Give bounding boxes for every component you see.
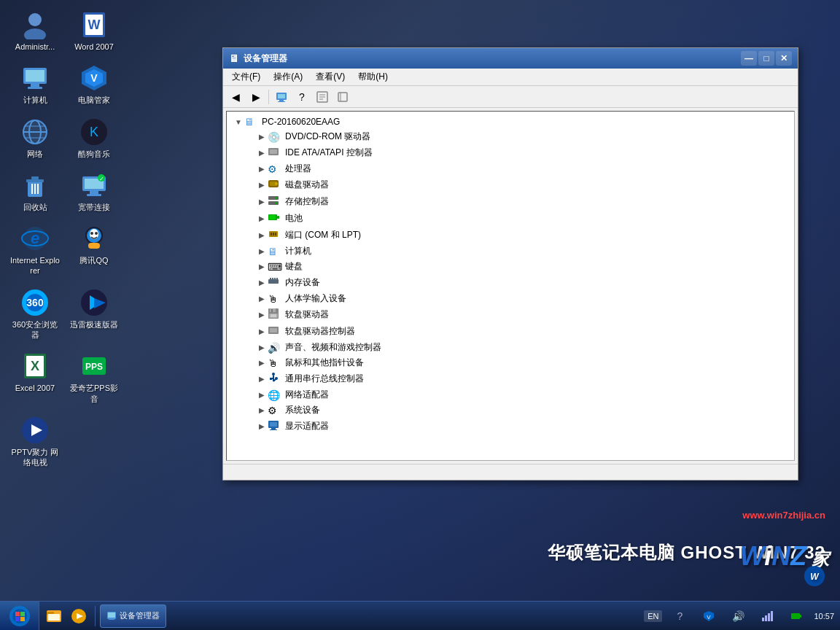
floppy-ctrl-label: 软盘驱动器控制器: [285, 325, 355, 338]
desktop-icon-administrator[interactable]: Administr...: [7, 7, 63, 55]
keyboard-icon: ⌨: [268, 261, 282, 273]
toolbar-properties[interactable]: [313, 88, 332, 106]
svg-point-0: [28, 13, 42, 26]
tree-node-floppy-ctrl[interactable]: ▶ 软盘驱动器控制器: [256, 323, 791, 340]
battery-tray-icon[interactable]: [785, 604, 808, 628]
tree-node-storage[interactable]: ▶ 存储控制器: [256, 193, 791, 210]
svg-rect-93: [270, 328, 277, 332]
desktop-icon-recycle[interactable]: 回收站: [7, 168, 63, 215]
memory-expand[interactable]: ▶: [256, 279, 268, 287]
tree-node-display[interactable]: ▶ 显示适配器: [256, 418, 791, 435]
dvd-expand[interactable]: ▶: [256, 133, 268, 141]
desktop-icon-ie[interactable]: e Internet Explorer: [7, 221, 63, 279]
desktop-icon-broadband[interactable]: ✓ 宽带连接: [66, 168, 122, 215]
root-expand[interactable]: ▼: [233, 118, 244, 126]
help-icon[interactable]: ?: [668, 604, 691, 628]
tree-node-usb[interactable]: ▶ 通用串行总线控制器: [256, 370, 791, 387]
tree-node-keyboard[interactable]: ▶ ⌨ 键盘: [256, 259, 791, 274]
tree-node-input[interactable]: ▶ 🖱 人体学输入设备: [256, 291, 791, 306]
sound-expand[interactable]: ▶: [256, 343, 268, 351]
battery-expand[interactable]: ▶: [256, 214, 268, 222]
keyboard-expand[interactable]: ▶: [256, 262, 268, 271]
storage-label: 存储控制器: [285, 195, 329, 208]
svg-rect-102: [271, 428, 276, 429]
desktop-icon-diannaogj[interactable]: V 电脑管家: [66, 61, 122, 108]
desktop-icon-row-4: 回收站 ✓ 宽带连接: [7, 168, 122, 215]
ide-expand[interactable]: ▶: [256, 149, 268, 157]
desktop-icon-kugo[interactable]: K 酷狗音乐: [66, 114, 122, 162]
tree-node-port[interactable]: ▶ 端口 (COM 和 LPT): [256, 227, 791, 244]
menu-view[interactable]: 查看(V): [310, 69, 351, 85]
desktop-icon-pptv[interactable]: PPTV聚力 网络电视: [7, 413, 63, 471]
floppy-expand[interactable]: ▶: [256, 311, 268, 319]
tree-node-dvd[interactable]: ▶ 💿 DVD/CD-ROM 驱动器: [256, 129, 791, 144]
taskbar-explorer-icon[interactable]: [42, 604, 66, 628]
device-tree[interactable]: ▼ 🖥 PC-20160620EAAG ▶ 💿 DVD/CD-ROM 驱动器 ▶: [226, 111, 795, 461]
floppy-ctrl-icon: [268, 324, 282, 338]
toolbar-refresh[interactable]: [333, 88, 352, 106]
desktop-icon-xunlei[interactable]: 迅雷极速版器: [66, 285, 122, 343]
toolbar-forward[interactable]: ▶: [246, 88, 265, 106]
disk-icon: [268, 178, 282, 192]
svg-text:W: W: [88, 18, 101, 32]
tree-node-network[interactable]: ▶ 🌐 网络适配器: [256, 387, 791, 402]
display-expand[interactable]: ▶: [256, 422, 268, 430]
tree-node-mouse[interactable]: ▶ 🖱 鼠标和其他指针设备: [256, 355, 791, 370]
shield-tray-icon[interactable]: V: [697, 604, 720, 628]
tree-node-memory[interactable]: ▶ 内存设备: [256, 274, 791, 291]
cpu-expand[interactable]: ▶: [256, 165, 268, 173]
desktop-icon-computer[interactable]: 计算机: [7, 61, 63, 108]
tree-node-ide[interactable]: ▶ IDE ATA/ATAPI 控制器: [256, 144, 791, 161]
desktop-icon-word2007[interactable]: W Word 2007: [66, 7, 122, 55]
pc-expand[interactable]: ▶: [256, 247, 268, 255]
tree-node-battery[interactable]: ▶ 电池: [256, 210, 791, 227]
volume-tray-icon[interactable]: 🔊: [726, 604, 750, 628]
desktop-icon-qq[interactable]: 腾讯QQ: [66, 221, 122, 279]
disk-expand[interactable]: ▶: [256, 181, 268, 189]
tree-node-pc[interactable]: ▶ 🖥 计算机: [256, 244, 791, 259]
administrator-label: Administr...: [15, 42, 55, 52]
mouse-expand[interactable]: ▶: [256, 359, 268, 367]
input-expand[interactable]: ▶: [256, 295, 268, 303]
start-button[interactable]: [0, 602, 39, 631]
usb-label: 通用串行总线控制器: [285, 373, 364, 385]
svg-rect-119: [771, 611, 773, 621]
pc-icon: 🖥: [268, 246, 282, 257]
desktop-icon-aiqiyi[interactable]: PPS 爱奇艺PPS影音: [66, 349, 122, 407]
usb-expand[interactable]: ▶: [256, 375, 268, 383]
taskbar-active-window[interactable]: 设备管理器: [100, 604, 166, 628]
system-expand[interactable]: ▶: [256, 406, 268, 414]
language-indicator[interactable]: EN: [644, 610, 662, 622]
menu-help[interactable]: 帮助(H): [352, 69, 394, 85]
tree-node-system[interactable]: ▶ ⚙ 系统设备: [256, 402, 791, 418]
toolbar-help[interactable]: ?: [292, 88, 311, 106]
desktop-icon-360[interactable]: 360 360安全浏览器: [7, 285, 63, 343]
desktop-icon-excel[interactable]: X Excel 2007: [7, 349, 63, 407]
toolbar-back[interactable]: ◀: [226, 88, 245, 106]
tree-node-sound[interactable]: ▶ 🔊 声音、视频和游戏控制器: [256, 340, 791, 355]
svg-text:✓: ✓: [99, 176, 104, 182]
toolbar-computer[interactable]: [272, 88, 291, 106]
tree-node-disk[interactable]: ▶ 磁盘驱动器: [256, 176, 791, 193]
menu-file[interactable]: 文件(F): [226, 69, 266, 85]
network-tray-icon[interactable]: [755, 604, 779, 628]
floppy-ctrl-expand[interactable]: ▶: [256, 327, 268, 335]
network-expand[interactable]: ▶: [256, 391, 268, 399]
taskbar-media-icon[interactable]: [67, 604, 90, 628]
close-button[interactable]: ✕: [776, 51, 792, 66]
tree-node-floppy[interactable]: ▶ 软盘驱动器: [256, 306, 791, 323]
toolbar-sep-1: [268, 90, 269, 104]
svg-rect-22: [31, 176, 39, 179]
storage-expand[interactable]: ▶: [256, 198, 268, 206]
minimize-button[interactable]: —: [741, 51, 757, 66]
pptv-label: PPTV聚力 网络电视: [10, 447, 60, 468]
keyboard-label: 键盘: [285, 260, 303, 273]
tree-node-root[interactable]: ▼ 🖥 PC-20160620EAAG: [233, 114, 791, 129]
svg-rect-103: [270, 429, 277, 430]
menu-action[interactable]: 操作(A): [268, 69, 308, 85]
desktop-icon-row-1: Administr... W Word 2007: [7, 7, 122, 55]
port-expand[interactable]: ▶: [256, 231, 268, 239]
maximize-button[interactable]: □: [758, 51, 774, 66]
desktop-icon-network[interactable]: 网络: [7, 114, 63, 162]
tree-node-cpu[interactable]: ▶ ⚙ 处理器: [256, 161, 791, 176]
